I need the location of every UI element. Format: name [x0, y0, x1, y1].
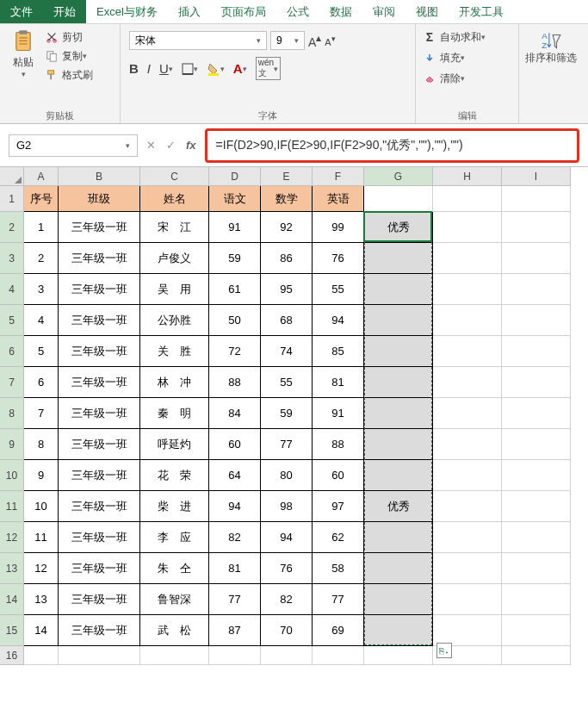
table-cell[interactable]: 95 — [261, 274, 313, 305]
table-cell[interactable]: 80 — [261, 460, 313, 491]
column-header-G[interactable]: G — [364, 167, 433, 186]
empty-cell[interactable] — [502, 305, 571, 336]
phonetic-button[interactable]: wén文▾ — [256, 57, 281, 80]
table-cell[interactable]: 三年级一班 — [59, 305, 140, 336]
table-cell[interactable]: 88 — [209, 367, 261, 398]
empty-cell[interactable] — [433, 429, 502, 460]
result-cell[interactable] — [364, 367, 433, 398]
empty-cell[interactable] — [209, 646, 261, 665]
table-cell[interactable]: 关 胜 — [140, 336, 209, 367]
table-cell[interactable]: 吴 用 — [140, 274, 209, 305]
table-cell[interactable]: 70 — [261, 615, 313, 646]
empty-cell[interactable] — [364, 186, 433, 212]
table-cell[interactable]: 三年级一班 — [59, 243, 140, 274]
table-cell[interactable]: 69 — [313, 615, 364, 646]
row-header[interactable]: 4 — [0, 274, 24, 305]
row-header[interactable]: 5 — [0, 305, 24, 336]
name-box[interactable]: G2 ▾ — [9, 134, 138, 157]
table-cell[interactable]: 林 冲 — [140, 367, 209, 398]
tab-review[interactable]: 审阅 — [362, 0, 405, 23]
empty-cell[interactable] — [433, 398, 502, 429]
empty-cell[interactable] — [433, 336, 502, 367]
empty-cell[interactable] — [433, 615, 502, 646]
row-header[interactable]: 7 — [0, 367, 24, 398]
result-cell[interactable] — [364, 522, 433, 553]
increase-font-icon[interactable]: A▴ — [308, 32, 321, 49]
empty-cell[interactable] — [502, 522, 571, 553]
result-cell[interactable] — [364, 615, 433, 646]
table-cell[interactable]: 76 — [313, 243, 364, 274]
table-cell[interactable]: 59 — [261, 398, 313, 429]
table-cell[interactable]: 94 — [209, 491, 261, 522]
empty-cell[interactable] — [140, 646, 209, 665]
table-cell[interactable]: 86 — [261, 243, 313, 274]
table-cell[interactable]: 68 — [261, 305, 313, 336]
table-cell[interactable]: 朱 仝 — [140, 553, 209, 584]
table-cell[interactable]: 72 — [209, 336, 261, 367]
table-header-cell[interactable]: 英语 — [313, 186, 364, 212]
select-all-corner[interactable] — [0, 167, 24, 186]
tab-formula[interactable]: 公式 — [276, 0, 319, 23]
empty-cell[interactable] — [24, 646, 59, 665]
result-cell[interactable]: 优秀 — [364, 491, 433, 522]
table-cell[interactable]: 5 — [24, 336, 59, 367]
table-cell[interactable]: 宋 江 — [140, 212, 209, 243]
table-cell[interactable]: 柴 进 — [140, 491, 209, 522]
table-cell[interactable]: 94 — [313, 305, 364, 336]
empty-cell[interactable] — [502, 336, 571, 367]
clear-button[interactable]: 清除 ▾ — [421, 69, 487, 88]
table-cell[interactable]: 三年级一班 — [59, 584, 140, 615]
table-cell[interactable]: 88 — [313, 429, 364, 460]
empty-cell[interactable] — [502, 243, 571, 274]
table-cell[interactable]: 三年级一班 — [59, 522, 140, 553]
table-cell[interactable]: 76 — [261, 553, 313, 584]
tab-excelfin[interactable]: Excel与财务 — [86, 0, 168, 23]
empty-cell[interactable] — [433, 243, 502, 274]
empty-cell[interactable] — [502, 367, 571, 398]
result-cell[interactable] — [364, 305, 433, 336]
row-header[interactable]: 16 — [0, 646, 24, 665]
empty-cell[interactable] — [502, 491, 571, 522]
empty-cell[interactable] — [433, 522, 502, 553]
table-cell[interactable]: 77 — [313, 584, 364, 615]
empty-cell[interactable] — [502, 553, 571, 584]
result-cell[interactable] — [364, 460, 433, 491]
table-cell[interactable]: 97 — [313, 491, 364, 522]
result-cell[interactable] — [364, 398, 433, 429]
table-cell[interactable]: 三年级一班 — [59, 491, 140, 522]
table-header-cell[interactable]: 班级 — [59, 186, 140, 212]
cancel-formula-icon[interactable]: ✕ — [146, 139, 156, 152]
table-cell[interactable]: 三年级一班 — [59, 615, 140, 646]
table-cell[interactable]: 7 — [24, 398, 59, 429]
fill-button[interactable]: 填充 ▾ — [421, 48, 487, 67]
table-cell[interactable]: 94 — [261, 522, 313, 553]
table-cell[interactable]: 81 — [313, 367, 364, 398]
table-cell[interactable]: 62 — [313, 522, 364, 553]
copy-button[interactable]: 复制 ▾ — [45, 47, 93, 65]
row-header[interactable]: 9 — [0, 429, 24, 460]
empty-cell[interactable] — [502, 460, 571, 491]
table-cell[interactable]: 8 — [24, 429, 59, 460]
column-header-F[interactable]: F — [313, 167, 364, 186]
table-cell[interactable]: 1 — [24, 212, 59, 243]
table-cell[interactable]: 李 应 — [140, 522, 209, 553]
table-header-cell[interactable]: 数学 — [261, 186, 313, 212]
table-cell[interactable]: 2 — [24, 243, 59, 274]
empty-cell[interactable] — [502, 429, 571, 460]
table-cell[interactable]: 84 — [209, 398, 261, 429]
table-cell[interactable]: 91 — [313, 398, 364, 429]
table-cell[interactable]: 三年级一班 — [59, 429, 140, 460]
column-header-C[interactable]: C — [140, 167, 209, 186]
autosum-button[interactable]: Σ 自动求和 ▾ — [421, 28, 487, 47]
table-cell[interactable]: 60 — [313, 460, 364, 491]
column-header-D[interactable]: D — [209, 167, 261, 186]
table-cell[interactable]: 三年级一班 — [59, 460, 140, 491]
table-header-cell[interactable]: 姓名 — [140, 186, 209, 212]
tab-data[interactable]: 数据 — [319, 0, 362, 23]
table-cell[interactable]: 3 — [24, 274, 59, 305]
table-header-cell[interactable]: 序号 — [24, 186, 59, 212]
column-header-I[interactable]: I — [502, 167, 571, 186]
table-cell[interactable]: 4 — [24, 305, 59, 336]
empty-cell[interactable] — [502, 212, 571, 243]
table-cell[interactable]: 呼延灼 — [140, 429, 209, 460]
